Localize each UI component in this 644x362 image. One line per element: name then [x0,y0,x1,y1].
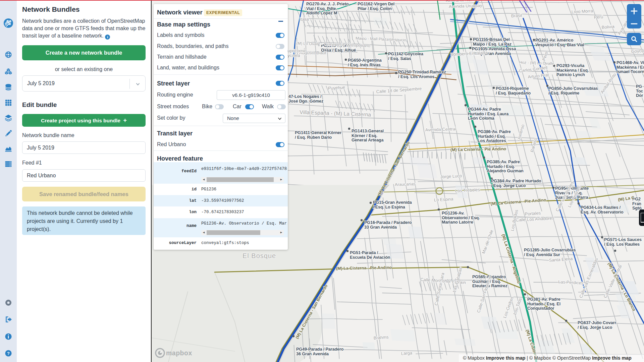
svg-text:PG571-Los Sauces/ Esq. Los Rau: PG571-Los Sauces/ Esq. Los Raulíes [604,237,642,247]
svg-text:(M) La Cisterna - Pie Andino: (M) La Cisterna - Pie Andino [450,146,506,152]
svg-text:ycolea: ycolea [287,53,300,58]
svg-text:47-Los Nogales /José Dgo. Góme: 47-Los Nogales /José Dgo. Gómez [288,94,323,104]
svg-text:PG637-Julio Covarr/ Esq. Jorge: PG637-Julio Covarr/ Esq. Jorge Luco [578,320,616,330]
svg-text:mapbox: mapbox [166,349,192,357]
svg-text:Bolivia: Bolivia [601,24,615,30]
svg-text:Goycolea: Goycolea [631,48,644,54]
svg-text:Brahms: Brahms [373,335,389,341]
svg-text:PG650-Argentina/ Esq. Inés Riv: PG650-Argentina/ Esq. Inés Rivas [348,58,382,67]
svg-text:(M) La Cisterna - Pie Andino: (M) La Cisterna - Pie Andino [336,265,392,271]
svg-text:PG1155-Brisas DelMaipo / Esq.: PG1155-Brisas DelMaipo / Esq. La Paz [473,37,512,47]
svg-text:Brasil: Brasil [511,13,522,18]
svg-text:Lo Espina: Lo Espina [434,196,453,202]
svg-text:?: ? [7,351,10,356]
svg-text:Larga: Larga [401,350,413,356]
svg-text:Perú: Perú [594,14,603,20]
svg-text:PG293-VicuñaMackenna / Esq.Pat: PG293-VicuñaMackenna / Esq.Patricio Lync… [556,63,589,77]
svg-text:PG1468-Av. VicuñMackenna / Esq: PG1468-Av. VicuñMackenna / Esq.Ismael To… [616,60,644,74]
svg-text:PG1162-Virgen DelPilar / Esq.: PG1162-Virgen DelPilar / Esq. Colón [358,2,394,11]
svg-text:Araucarias: Araucarias [395,181,416,187]
svg-text:PG324-Riquelme/ Esq. Baquedano: PG324-Riquelme/ Esq. Baquedano [496,86,531,96]
svg-text:upricornio: upricornio [287,48,307,53]
svg-text:PG634-Los Raulíes /Esq. Av. Ob: PG634-Los Raulíes /Esq. Av. Observatorio [581,205,624,215]
svg-text:El Bosque: El Bosque [243,252,276,259]
svg-text:Italia: Italia [300,17,309,22]
svg-text:PG386-Av. PadreHurtado / Esq.L: PG386-Av. PadreHurtado / Esq.Los Aviador… [478,129,511,143]
